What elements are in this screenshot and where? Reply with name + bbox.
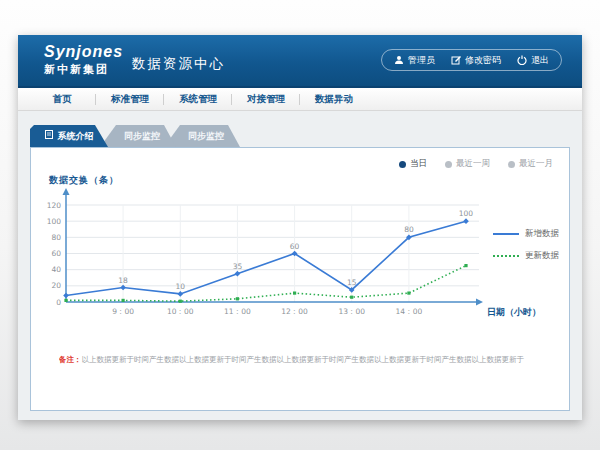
change-password-button[interactable]: 修改密码: [451, 54, 501, 67]
nav-item-home[interactable]: 首页: [28, 88, 96, 110]
chart-legend: 新增数据 更新数据: [493, 228, 559, 262]
svg-text:60: 60: [51, 249, 61, 258]
svg-text:20: 20: [51, 281, 61, 290]
user-icon: [394, 55, 404, 65]
range-filters: 当日 最近一周 最近一月: [399, 158, 553, 170]
radio-dot-icon: [445, 161, 452, 168]
y-axis-title: 数据交换（条）: [49, 174, 119, 187]
tab-sync-monitor-2[interactable]: 同步监控: [164, 125, 240, 147]
svg-text:13：00: 13：00: [338, 307, 365, 316]
svg-text:14：00: 14：00: [396, 307, 423, 316]
legend-label: 新增数据: [525, 228, 559, 240]
nav-item-standard-mgmt[interactable]: 标准管理: [96, 88, 164, 110]
power-icon: [517, 55, 527, 65]
edit-icon: [451, 55, 461, 65]
svg-text:10：00: 10：00: [167, 307, 194, 316]
filter-last-week[interactable]: 最近一周: [445, 158, 490, 170]
filter-today[interactable]: 当日: [399, 158, 427, 170]
radio-dot-icon: [399, 161, 406, 168]
svg-text:120: 120: [47, 201, 62, 210]
tab-bar: 系统介绍 同步监控 同步监控: [30, 125, 570, 147]
nav-item-system-mgmt[interactable]: 系统管理: [164, 88, 232, 110]
svg-text:11：00: 11：00: [224, 307, 251, 316]
svg-text:35: 35: [233, 262, 243, 271]
svg-text:100: 100: [459, 209, 474, 218]
app-window: Synjones 新中新集团 数据资源中心 管理员 修改密码 退出: [18, 35, 582, 420]
logout-button[interactable]: 退出: [517, 54, 549, 67]
blue-line-swatch: [493, 233, 519, 235]
document-icon: [45, 125, 53, 147]
tab-system-intro[interactable]: 系统介绍: [30, 125, 108, 147]
nav-item-data-change[interactable]: 数据异动: [300, 88, 368, 110]
radio-dot-icon: [508, 161, 515, 168]
svg-text:18: 18: [118, 276, 128, 285]
tab-label: 同步监控: [124, 125, 160, 147]
exchange-line-chart: 0204060801001209：0010：0011：0012：0013：001…: [31, 186, 569, 344]
brand-logo: Synjones 新中新集团: [44, 43, 123, 75]
tab-sync-monitor-1[interactable]: 同步监控: [100, 125, 176, 147]
main-nav: 首页 标准管理 系统管理 对接管理 数据异动: [18, 88, 582, 111]
page-title: 数据资源中心: [132, 55, 225, 73]
filter-label: 当日: [410, 158, 427, 170]
footer-note: 备注：以上数据更新于时间产生数据以上数据更新于时间产生数据以上数据更新于时间产生…: [59, 355, 557, 365]
change-password-label: 修改密码: [465, 54, 501, 67]
user-menu-button[interactable]: 管理员: [394, 54, 435, 67]
svg-text:10: 10: [176, 282, 186, 291]
legend-item-new-data: 新增数据: [493, 228, 559, 240]
svg-text:15: 15: [347, 278, 357, 287]
legend-label: 更新数据: [525, 250, 559, 262]
svg-text:日期（小时）: 日期（小时）: [487, 307, 541, 317]
svg-text:60: 60: [290, 242, 300, 251]
svg-text:40: 40: [51, 265, 61, 274]
svg-text:0: 0: [56, 298, 61, 307]
filter-label: 最近一周: [456, 158, 490, 170]
header-actions: 管理员 修改密码 退出: [381, 49, 562, 71]
green-dotted-swatch: [493, 255, 519, 257]
svg-text:80: 80: [51, 233, 61, 242]
svg-text:80: 80: [404, 225, 414, 234]
tab-label: 同步监控: [188, 125, 224, 147]
svg-text:12：00: 12：00: [281, 307, 308, 316]
logo-text: Synjones: [44, 43, 123, 61]
note-text: 以上数据更新于时间产生数据以上数据更新于时间产生数据以上数据更新于时间产生数据以…: [82, 355, 525, 364]
chart-panel: 当日 最近一周 最近一月 数据交换（条） 0204060801001209：00…: [30, 147, 570, 411]
app-header: Synjones 新中新集团 数据资源中心 管理员 修改密码 退出: [18, 35, 582, 88]
user-menu-label: 管理员: [408, 54, 435, 67]
svg-text:9：00: 9：00: [112, 307, 134, 316]
logout-label: 退出: [531, 54, 549, 67]
legend-item-updated-data: 更新数据: [493, 250, 559, 262]
filter-last-month[interactable]: 最近一月: [508, 158, 553, 170]
logo-subtext: 新中新集团: [44, 63, 123, 75]
svg-text:100: 100: [47, 217, 62, 226]
nav-item-interface-mgmt[interactable]: 对接管理: [232, 88, 300, 110]
note-prefix: 备注：: [59, 355, 82, 364]
filter-label: 最近一月: [519, 158, 553, 170]
tab-label: 系统介绍: [58, 125, 94, 147]
content-area: 系统介绍 同步监控 同步监控 当日 最近一周: [18, 111, 582, 420]
